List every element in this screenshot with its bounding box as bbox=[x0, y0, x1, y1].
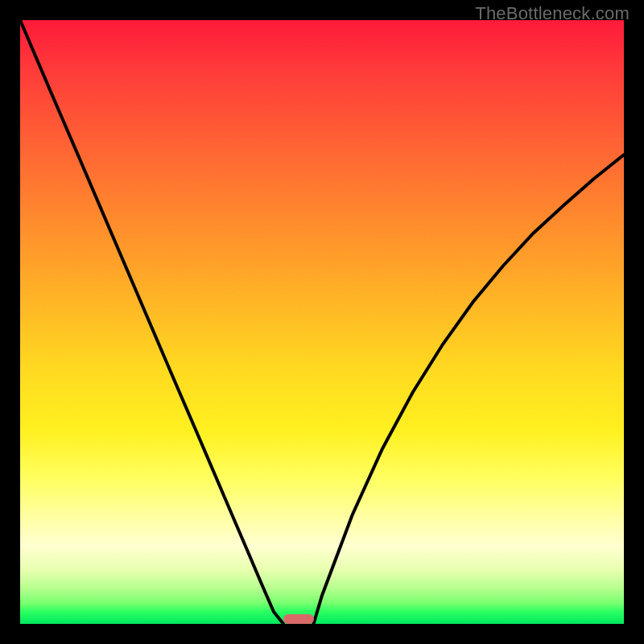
curves-svg bbox=[20, 20, 624, 624]
plot-area bbox=[20, 20, 624, 624]
right-curve bbox=[314, 155, 625, 624]
baseline-marker bbox=[283, 614, 314, 624]
chart-frame: TheBottleneck.com bbox=[0, 0, 644, 644]
left-curve bbox=[20, 20, 283, 624]
